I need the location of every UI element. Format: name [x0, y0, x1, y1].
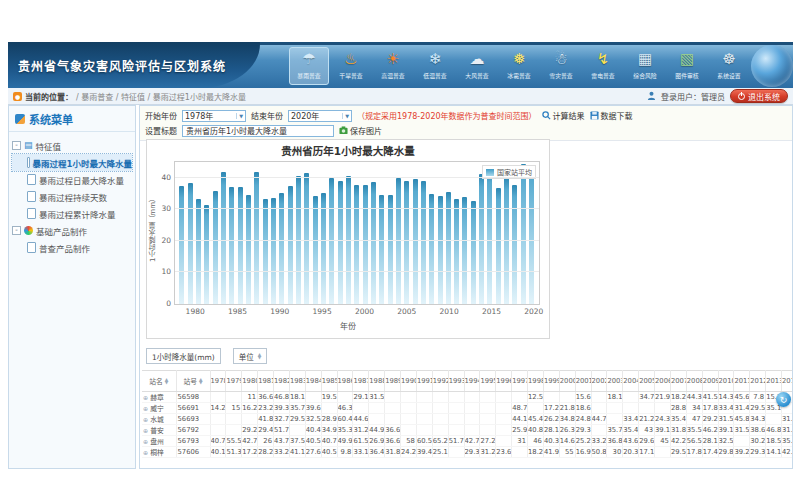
nav-item-4[interactable]: ❄低温普查 — [415, 47, 455, 85]
y-tick-label: 0 — [149, 299, 171, 308]
value-cell: 39.4 — [416, 447, 432, 458]
station-id-cell: 56691 — [176, 403, 210, 414]
col-header-station-id[interactable]: 站号▲▼ — [176, 371, 210, 392]
nav-item-2[interactable]: ♨干旱普查 — [331, 47, 371, 85]
x-tick-label: 2010 — [438, 307, 460, 316]
end-year-select[interactable]: 2020年 ▼ — [288, 110, 352, 122]
value-cell: 23.6 — [496, 447, 512, 458]
collapse-icon[interactable]: - — [12, 226, 21, 235]
value-cell — [416, 414, 432, 425]
unit-sort-control[interactable]: 单位 ▲▼ — [233, 348, 267, 364]
x-tick-label: 2005 — [396, 307, 418, 316]
value-cell — [766, 414, 782, 425]
start-year-select[interactable]: 1978年 ▼ — [182, 110, 246, 122]
table-row: ⊕ 普安5679229.229.451.740.434.935.331.244.… — [142, 425, 793, 436]
calc-result-button[interactable]: 计算结果 — [542, 110, 585, 121]
rainstorm-survey-icon: ☂ — [302, 48, 315, 70]
sidebar-item[interactable]: 暴雨过程持续天数 — [12, 188, 132, 205]
value-cell: 44.9 — [369, 425, 385, 436]
col-header-year-2006: 2006 — [655, 371, 671, 392]
value-cell: 21.9 — [655, 392, 671, 403]
value-cell: 35.5 — [686, 425, 702, 436]
col-header-station-name-inner: 站名▲▼ — [149, 376, 168, 386]
bar-1996 — [329, 178, 334, 304]
logout-button[interactable]: 退出系统 — [730, 89, 788, 103]
value-cell: 18.6 — [575, 403, 591, 414]
nav-item-1[interactable]: ☂暴雨普查 — [289, 47, 329, 85]
bar-2007 — [421, 181, 426, 304]
station-id-cell: 56693 — [176, 414, 210, 425]
col-header-year-2009: 2009 — [702, 371, 718, 392]
value-cell: 39.3 — [274, 403, 290, 414]
bar-1981 — [204, 205, 209, 304]
nav-item-6[interactable]: ❅冰雹普查 — [499, 47, 539, 85]
power-icon — [738, 93, 745, 100]
gridline — [175, 271, 539, 272]
sidebar-item-label: 暴雨过程持续天数 — [39, 191, 107, 203]
sidebar-item[interactable]: 暴雨过程累计降水量 — [12, 205, 132, 222]
sidebar-item[interactable]: 暴雨过程1小时最大降水量 — [12, 154, 132, 171]
value-cell: 41.9 — [543, 447, 559, 458]
value-cell — [432, 425, 448, 436]
value-cell: 35.3 — [337, 425, 353, 436]
sidebar-item[interactable]: 普查产品制作 — [12, 239, 132, 256]
nav-item-8[interactable]: ↯雷电普查 — [583, 47, 623, 85]
value-cell: 36.4 — [369, 447, 385, 458]
field-filter-select[interactable]: 1小时降水量(mm) — [146, 348, 221, 364]
value-cell — [591, 392, 607, 403]
nav-item-5[interactable]: ☁大风普查 — [457, 47, 497, 85]
value-cell: 36.6 — [385, 436, 401, 447]
nav-item-9[interactable]: ▦综合风险 — [625, 47, 665, 85]
collapse-icon[interactable]: - — [12, 141, 21, 150]
sidebar-group-2[interactable]: -基础产品制作 — [12, 222, 132, 239]
value-cell: 33.4 — [718, 403, 734, 414]
page-icon — [27, 242, 36, 253]
chevron-down-icon: ▼ — [342, 113, 349, 119]
bar-2012 — [462, 197, 467, 304]
value-cell — [226, 414, 242, 425]
value-cell: 29.2 — [242, 425, 258, 436]
nav-item-label: 大风普查 — [465, 71, 488, 80]
bar-1995 — [321, 193, 326, 304]
value-cell: 16.2 — [242, 403, 258, 414]
chart-title-input[interactable]: 贵州省历年1小时最大降水量 — [182, 125, 334, 137]
data-download-label: 数据下载 — [601, 110, 633, 121]
bar-2013 — [471, 201, 476, 304]
start-year-label: 开始年份 — [145, 110, 177, 121]
value-cell: 29.3 — [575, 425, 591, 436]
sidebar-item[interactable]: 暴雨过程日最大降水量 — [12, 171, 132, 188]
value-cell: 23.2 — [258, 403, 274, 414]
bar-1987 — [254, 172, 259, 304]
bar-1983 — [221, 172, 226, 304]
nav-item-11[interactable]: ☸系统设置 — [709, 47, 749, 85]
end-year-label: 结束年份 — [251, 110, 283, 121]
save-image-button[interactable]: 保存图片 — [339, 125, 382, 136]
bar-1999 — [354, 185, 359, 304]
value-cell: 35.4 — [623, 425, 639, 436]
col-header-year-2013: 2013 — [766, 371, 782, 392]
value-cell — [210, 425, 226, 436]
value-cell: 29.5 — [750, 403, 766, 414]
value-cell — [416, 403, 432, 414]
data-download-button[interactable]: 数据下载 — [590, 110, 633, 121]
snow-survey-icon: ☃ — [554, 48, 567, 70]
nav-item-10[interactable]: ▧图件审核 — [667, 47, 707, 85]
sidebar-header: 系统菜单 — [9, 106, 135, 132]
sidebar-group-label: 特征值 — [36, 140, 62, 152]
value-cell: 36.6 — [385, 425, 401, 436]
nav-item-3[interactable]: ☀高温普查 — [373, 47, 413, 85]
sidebar-group-1[interactable]: -▤特征值 — [12, 137, 132, 154]
value-cell: 17.2 — [543, 403, 559, 414]
value-cell: 46 — [528, 436, 544, 447]
high-temp-survey-icon: ☀ — [386, 48, 399, 70]
value-cell — [289, 425, 305, 436]
nav-item-7[interactable]: ☃雪灾普查 — [541, 47, 581, 85]
col-header-station-name[interactable]: 站名▲▼ — [142, 371, 176, 392]
user-icon — [647, 91, 656, 102]
value-cell: 44.3 — [686, 392, 702, 403]
col-header-year-1993: 1993 — [448, 371, 464, 392]
col-header-year-2011: 2011 — [734, 371, 750, 392]
value-cell — [448, 414, 464, 425]
y-tick-label: 20 — [149, 236, 171, 245]
float-scroll-widget[interactable]: ↻ — [776, 392, 791, 407]
